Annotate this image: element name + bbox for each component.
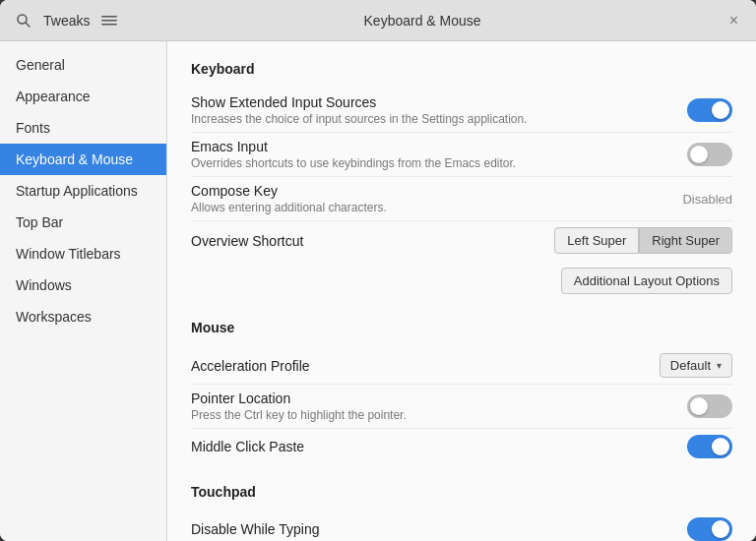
sidebar-item-windows[interactable]: Windows [0,270,166,301]
emacs-input-control [687,143,732,166]
acceleration-profile-dropdown[interactable]: Default ▾ [660,353,732,378]
touchpad-section: Touchpad Disable While Typing [191,484,732,541]
left-super-button[interactable]: Left Super [554,227,639,254]
overview-shortcut-btn-group: Left Super Right Super [554,227,732,254]
sidebar-item-general[interactable]: General [0,49,166,81]
sidebar-item-top-bar[interactable]: Top Bar [0,207,166,238]
main-content: Keyboard Show Extended Input Sources Inc… [167,41,756,541]
disable-while-typing-row: Disable While Typing [191,511,732,541]
middle-click-paste-row: Middle Click Paste [191,429,732,464]
middle-click-toggle-slider [687,435,732,458]
overview-shortcut-top: Overview Shortcut Left Super Right Super [191,227,732,254]
app-title: Tweaks [43,13,90,29]
show-extended-input-toggle[interactable] [687,98,732,122]
acceleration-profile-control: Default ▾ [660,353,732,378]
titlebar-left: Tweaks [12,9,121,32]
emacs-input-label: Emacs Input [191,139,671,154]
disable-typing-toggle-slider [687,517,732,541]
additional-layout-button[interactable]: Additional Layout Options [561,268,732,294]
disable-while-typing-info: Disable While Typing [191,521,671,537]
overview-shortcut-label: Overview Shortcut [191,233,303,249]
toggle-slider [687,98,732,122]
mouse-section: Mouse Acceleration Profile Default ▾ [191,320,732,464]
pointer-location-desc: Press the Ctrl key to highlight the poin… [191,408,671,422]
titlebar-right: × [724,8,744,33]
sidebar-item-workspaces[interactable]: Workspaces [0,301,166,332]
overview-shortcut-row: Overview Shortcut Left Super Right Super… [191,221,732,300]
window-title: Keyboard & Mouse [121,13,723,29]
compose-key-row: Compose Key Allows entering additional c… [191,177,732,221]
middle-click-paste-label: Middle Click Paste [191,439,671,454]
svg-rect-2 [101,16,117,18]
search-icon [16,13,32,29]
main-window: Tweaks Keyboard & Mouse × General Appear… [0,0,756,541]
right-super-button[interactable]: Right Super [639,227,732,254]
sidebar-item-startup-applications[interactable]: Startup Applications [0,175,166,207]
emacs-input-desc: Overrides shortcuts to use keybindings f… [191,156,671,170]
emacs-input-toggle[interactable] [687,143,732,166]
show-extended-input-desc: Increases the choice of input sources in… [191,112,671,126]
pointer-toggle-slider [687,394,732,418]
show-extended-input-info: Show Extended Input Sources Increases th… [191,94,671,126]
show-extended-input-row: Show Extended Input Sources Increases th… [191,89,732,133]
middle-click-paste-info: Middle Click Paste [191,439,671,454]
acceleration-profile-value: Default [670,358,711,373]
emacs-toggle-slider [687,143,732,166]
menu-button[interactable] [97,9,121,32]
pointer-location-label: Pointer Location [191,391,671,406]
svg-rect-4 [101,24,117,26]
compose-key-control: Disabled [682,192,732,207]
disable-while-typing-toggle[interactable] [687,517,732,541]
sidebar-item-appearance[interactable]: Appearance [0,81,166,112]
show-extended-input-control [687,98,732,122]
sidebar: General Appearance Fonts Keyboard & Mous… [0,41,167,541]
disable-while-typing-label: Disable While Typing [191,521,671,537]
compose-key-info: Compose Key Allows entering additional c… [191,183,666,214]
acceleration-profile-row: Acceleration Profile Default ▾ [191,347,732,385]
sidebar-item-keyboard-mouse[interactable]: Keyboard & Mouse [0,144,166,175]
compose-key-value: Disabled [682,192,732,207]
disable-while-typing-control [687,517,732,541]
mouse-section-title: Mouse [191,320,732,335]
content-area: General Appearance Fonts Keyboard & Mous… [0,41,756,541]
show-extended-input-label: Show Extended Input Sources [191,94,671,110]
keyboard-section-title: Keyboard [191,61,732,77]
pointer-location-info: Pointer Location Press the Ctrl key to h… [191,391,671,422]
keyboard-section: Keyboard Show Extended Input Sources Inc… [191,61,732,300]
additional-layout-container: Additional Layout Options [191,260,732,294]
pointer-location-row: Pointer Location Press the Ctrl key to h… [191,385,732,429]
touchpad-section-title: Touchpad [191,484,732,500]
sidebar-item-fonts[interactable]: Fonts [0,112,166,144]
pointer-location-control [687,394,732,418]
compose-key-label: Compose Key [191,183,666,199]
close-button[interactable]: × [724,8,744,33]
emacs-input-row: Emacs Input Overrides shortcuts to use k… [191,133,732,177]
sidebar-item-window-titlebars[interactable]: Window Titlebars [0,238,166,270]
acceleration-profile-label: Acceleration Profile [191,358,644,374]
search-button[interactable] [12,9,35,32]
acceleration-profile-info: Acceleration Profile [191,358,644,374]
dropdown-arrow-icon: ▾ [717,360,722,371]
compose-key-desc: Allows entering additional characters. [191,201,666,214]
titlebar: Tweaks Keyboard & Mouse × [0,0,756,41]
middle-click-paste-control [687,435,732,458]
svg-line-1 [26,23,30,27]
hamburger-icon [101,13,117,29]
pointer-location-toggle[interactable] [687,394,732,418]
svg-rect-3 [101,20,117,22]
middle-click-paste-toggle[interactable] [687,435,732,458]
emacs-input-info: Emacs Input Overrides shortcuts to use k… [191,139,671,170]
